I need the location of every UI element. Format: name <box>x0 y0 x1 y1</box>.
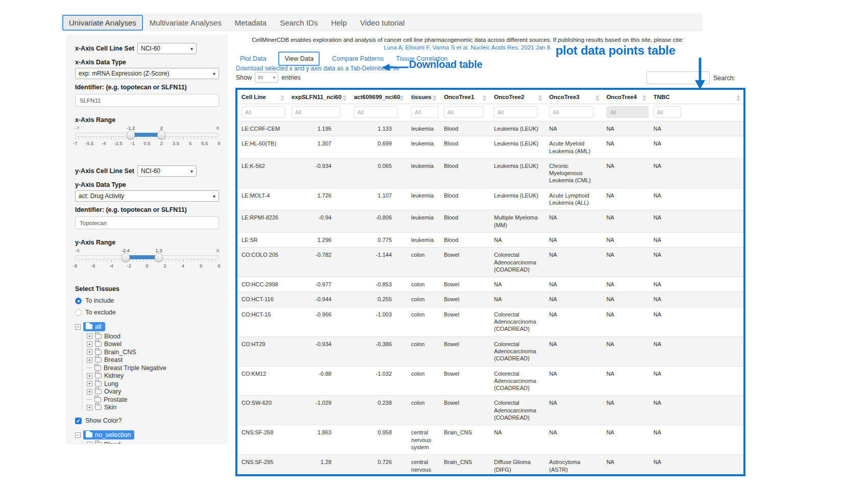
cell-value: central nervous system <box>407 455 440 476</box>
expand-icon[interactable]: + <box>87 405 92 410</box>
download-link[interactable]: Download selected x and y axis data as a… <box>236 65 399 72</box>
filter-input-tnbc[interactable] <box>654 106 681 118</box>
filter-input-cell-line[interactable] <box>242 106 285 118</box>
nav-tab-metadata[interactable]: Metadata <box>228 15 274 31</box>
cell-value: -0.977 <box>287 277 350 292</box>
tree-item-breast-triple-negative[interactable]: Breast Triple Negative <box>87 364 219 372</box>
column-header-oncotree3[interactable]: OncoTree3 <box>545 90 602 104</box>
tree-item-blood[interactable]: +Blood <box>87 332 219 340</box>
y-slider-track <box>75 255 219 259</box>
expand-icon[interactable]: + <box>87 357 92 363</box>
tree-item-blood[interactable]: +Blood <box>87 441 219 444</box>
tree-item-ovary[interactable]: +Ovary <box>87 388 219 396</box>
tree-item-lung[interactable]: +Lung <box>87 380 219 388</box>
tree-item-kidney[interactable]: +Kidney <box>87 372 219 380</box>
sort-icon[interactable] <box>736 95 740 101</box>
cell-value: Bowel <box>440 336 490 366</box>
checkbox-checked-icon: ✓ <box>75 418 82 424</box>
tree-root-all[interactable]: all <box>83 322 105 331</box>
expand-icon[interactable]: + <box>87 349 92 355</box>
y-axis-cell-line-set-select[interactable]: NCI-60 ▾ <box>137 165 197 177</box>
x-slider-handle-low[interactable] <box>127 131 135 139</box>
sort-icon[interactable] <box>400 95 404 101</box>
show-entries-control: Show 60 ▾ entries <box>236 72 301 83</box>
filter-input-oncotree1[interactable] <box>444 106 484 118</box>
y-slider-handle-low[interactable] <box>122 253 130 262</box>
expand-icon[interactable]: + <box>87 389 92 395</box>
filter-input-oncotree2[interactable] <box>494 106 538 118</box>
annotation-left-arrow <box>382 63 408 72</box>
y-slider-handle-high[interactable] <box>154 253 163 262</box>
chevron-down-icon: ▾ <box>273 75 276 80</box>
nav-tab-search-ids[interactable]: Search IDs <box>273 15 324 31</box>
column-header-oncotree1[interactable]: OncoTree1 <box>440 90 490 104</box>
x-slider-handle-high[interactable] <box>157 131 166 139</box>
sort-icon[interactable] <box>642 95 646 101</box>
collapse-icon[interactable]: − <box>75 432 81 438</box>
nav-tab-univariate-analyses[interactable]: Univariate Analyses <box>62 15 143 31</box>
column-header-cell-line[interactable]: Cell Line <box>237 90 287 104</box>
filter-input-oncotree3[interactable] <box>549 106 593 118</box>
sort-icon[interactable] <box>595 95 599 101</box>
column-header-expslfn11-nci60[interactable]: expSLFN11_nci60 <box>287 90 350 104</box>
nav-tab-multivariate-analyses[interactable]: Multivariate Analyses <box>143 15 228 31</box>
entries-select[interactable]: 60 ▾ <box>255 72 278 83</box>
filter-input-oncotree4[interactable] <box>607 106 648 118</box>
tree-item-label: Breast Triple Negative <box>104 364 166 372</box>
x-tick-label: 8 <box>218 140 220 146</box>
show-color-checkbox[interactable]: ✓ Show Color? <box>75 417 219 424</box>
sort-icon[interactable] <box>538 95 542 101</box>
sort-icon[interactable] <box>483 95 487 101</box>
expand-icon[interactable]: + <box>87 341 92 347</box>
sort-icon[interactable] <box>432 95 437 101</box>
tree-item-prostate[interactable]: Prostate <box>87 396 219 404</box>
nav-tab-video-tutorial[interactable]: Video tutorial <box>353 15 411 31</box>
column-header-act609699-nci60[interactable]: act609699_nci60 <box>350 90 407 104</box>
collapse-icon[interactable]: − <box>75 324 81 330</box>
cell-line-value: LE:CCRF-CEM <box>237 121 287 136</box>
x-identifier-input[interactable] <box>75 94 219 107</box>
filter-input-act609699-nci60[interactable] <box>354 106 398 118</box>
column-header-oncotree4[interactable]: OncoTree4 <box>602 90 649 104</box>
expand-icon[interactable]: + <box>87 373 92 379</box>
radio-to-exclude[interactable]: To exclude <box>75 309 219 316</box>
tree-item-skin[interactable]: +Skin <box>87 404 219 412</box>
expand-icon[interactable]: + <box>87 381 92 386</box>
filter-input-expslfn11-nci60[interactable] <box>292 106 341 118</box>
cell-value: central nervous system <box>407 425 440 455</box>
filter-input-tissues[interactable] <box>411 106 439 118</box>
y-axis-data-type-select[interactable]: act: Drug Activity ▾ <box>75 190 219 202</box>
tree-item-bowel[interactable]: +Bowel <box>87 340 219 349</box>
column-header-tnbc[interactable]: TNBC <box>649 90 743 104</box>
radio-to-include[interactable]: To include <box>75 297 219 304</box>
tissue-tree-color: −no_selection+Blood+Bowel+Brain_CNS+Brea… <box>75 430 219 444</box>
cell-value: colon <box>407 292 440 307</box>
tree-item-label: Blood <box>104 441 120 444</box>
column-header-tissues[interactable]: tissues <box>407 90 440 104</box>
y-identifier-input[interactable] <box>75 216 219 229</box>
x-identifier-label: Identifier: (e.g. topotecan or SLFN11) <box>75 84 219 91</box>
x-slider-high-value: 2 <box>160 125 163 131</box>
column-header-oncotree2[interactable]: OncoTree2 <box>490 90 545 104</box>
cell-value: NA <box>649 248 743 277</box>
cell-value: Brain_CNS <box>440 455 490 476</box>
expand-icon[interactable]: + <box>87 333 92 339</box>
sort-icon[interactable] <box>280 95 284 101</box>
tree-root-row: −no_selection <box>75 430 219 440</box>
sort-icon[interactable] <box>343 95 347 101</box>
tree-item-breast[interactable]: +Breast <box>87 356 219 364</box>
expand-icon[interactable]: + <box>87 442 92 444</box>
tree-children: +Blood+Bowel+Brain_CNS+BreastBreast Trip… <box>82 332 219 411</box>
nav-tab-help[interactable]: Help <box>324 15 353 31</box>
cell-value: NA <box>490 232 545 247</box>
tab-plot-data[interactable]: Plot Data <box>240 55 266 62</box>
column-title: TNBC <box>654 94 670 100</box>
tree-root-no-selection[interactable]: no_selection <box>83 430 134 440</box>
tab-view-data[interactable]: View Data <box>278 52 320 66</box>
tree-item-brain-cns[interactable]: +Brain_CNS <box>87 348 219 356</box>
x-axis-data-type-select[interactable]: exp: mRNA Expression (Z-Score) ▾ <box>75 68 219 79</box>
cell-value: NA <box>602 425 649 455</box>
x-slider-labels: -7-1.228 <box>75 125 219 131</box>
x-axis-cell-line-set-select[interactable]: NCI-60 ▾ <box>137 43 197 54</box>
tab-compare-patterns[interactable]: Compare Patterns <box>332 55 383 62</box>
